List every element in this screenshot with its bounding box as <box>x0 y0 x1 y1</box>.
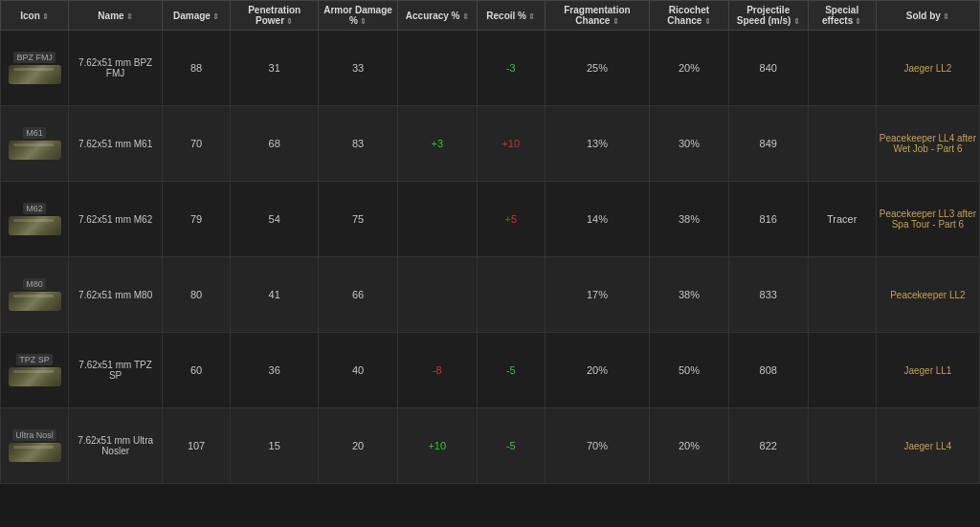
speed-cell: 840 <box>728 31 808 106</box>
bullet-image <box>9 141 61 160</box>
special-cell <box>808 257 876 333</box>
col-header-penetration_power[interactable]: Penetration Power <box>231 1 319 31</box>
special-cell <box>808 408 876 484</box>
name-cell: 7.62x51 mm M61 <box>69 106 163 182</box>
name-cell: 7.62x51 mm M62 <box>69 182 163 257</box>
speed-cell: 822 <box>728 408 808 484</box>
fragmentation-cell: 13% <box>545 106 649 182</box>
col-header-recoil[interactable]: Recoil % <box>477 1 545 31</box>
table-row: TPZ SP 7.62x51 mm TPZ SP603640-8-520%50%… <box>1 333 980 408</box>
icon-cell: Ultra Nosl <box>1 408 69 484</box>
icon-cell: M61 <box>1 106 69 182</box>
recoil-cell: +5 <box>477 182 545 257</box>
icon-cell: M62 <box>1 182 69 257</box>
sold-by-cell: Peacekeeper LL4 after Wet Job - Part 6 <box>876 106 979 182</box>
table-row: M61 7.62x51 mm M61706883+3+1013%30%849Pe… <box>1 106 980 182</box>
icon-label: M62 <box>23 203 46 214</box>
accuracy-cell <box>397 257 477 333</box>
recoil-cell: +10 <box>477 106 545 182</box>
accuracy-cell: +10 <box>397 408 477 484</box>
icon-label: BPZ FMJ <box>13 52 56 63</box>
name-cell: 7.62x51 mm BPZ FMJ <box>69 31 163 106</box>
fragmentation-cell: 25% <box>545 31 649 106</box>
bullet-image <box>9 216 61 235</box>
table-row: M80 7.62x51 mm M8080416617%38%833Peaceke… <box>1 257 980 333</box>
recoil-cell: -5 <box>477 333 545 408</box>
special-cell <box>808 106 876 182</box>
armor-damage-cell: 66 <box>319 257 398 333</box>
sold-by-cell: Jaeger LL1 <box>876 333 979 408</box>
speed-cell: 833 <box>728 257 808 333</box>
col-header-sold_by[interactable]: Sold by <box>876 1 979 31</box>
special-cell <box>808 333 876 408</box>
penetration-cell: 68 <box>231 106 319 182</box>
ricochet-cell: 50% <box>650 333 729 408</box>
sold-by-cell: Peacekeeper LL2 <box>876 257 979 333</box>
penetration-cell: 15 <box>231 408 319 484</box>
table-row: M62 7.62x51 mm M62795475+514%38%816Trace… <box>1 182 980 257</box>
speed-cell: 808 <box>728 333 808 408</box>
col-header-special[interactable]: Special effects <box>808 1 876 31</box>
ricochet-cell: 38% <box>650 182 729 257</box>
accuracy-cell: +3 <box>397 106 477 182</box>
sold-by-cell: Jaeger LL4 <box>876 408 979 484</box>
fragmentation-cell: 17% <box>545 257 649 333</box>
fragmentation-cell: 20% <box>545 333 649 408</box>
ammo-table-container: IconNameDamagePenetration PowerArmor Dam… <box>0 0 980 484</box>
accuracy-cell <box>397 182 477 257</box>
damage-cell: 60 <box>162 333 230 408</box>
armor-damage-cell: 83 <box>319 106 398 182</box>
bullet-image <box>9 65 61 84</box>
table-row: Ultra Nosl 7.62x51 mm Ultra Nosler107152… <box>1 408 980 484</box>
ricochet-cell: 20% <box>650 31 729 106</box>
recoil-cell: -3 <box>477 31 545 106</box>
icon-label: M61 <box>23 127 46 139</box>
name-cell: 7.62x51 mm Ultra Nosler <box>69 408 163 484</box>
icon-label: TPZ SP <box>16 354 53 365</box>
name-cell: 7.62x51 mm TPZ SP <box>69 333 163 408</box>
penetration-cell: 41 <box>231 257 319 333</box>
accuracy-cell: -8 <box>397 333 477 408</box>
icon-label: M80 <box>23 278 46 290</box>
col-header-speed[interactable]: Projectile Speed (m/s) <box>728 1 808 31</box>
col-header-name[interactable]: Name <box>69 1 163 31</box>
fragmentation-cell: 14% <box>545 182 649 257</box>
col-header-ricochet[interactable]: Ricochet Chance <box>650 1 729 31</box>
armor-damage-cell: 33 <box>319 31 398 106</box>
armor-damage-cell: 75 <box>319 182 398 257</box>
name-cell: 7.62x51 mm M80 <box>69 257 163 333</box>
col-header-fragmentation[interactable]: Fragmentation Chance <box>545 1 649 31</box>
col-header-armor_damage[interactable]: Armor Damage % <box>319 1 398 31</box>
table-row: BPZ FMJ 7.62x51 mm BPZ FMJ883133-325%20%… <box>1 31 980 106</box>
bullet-image <box>9 443 61 462</box>
col-header-accuracy[interactable]: Accuracy % <box>397 1 477 31</box>
sold-by-cell: Peacekeeper LL3 after Spa Tour - Part 6 <box>876 182 979 257</box>
damage-cell: 107 <box>162 408 230 484</box>
special-cell: Tracer <box>808 182 876 257</box>
damage-cell: 80 <box>162 257 230 333</box>
damage-cell: 88 <box>162 31 230 106</box>
recoil-cell <box>477 257 545 333</box>
col-header-damage[interactable]: Damage <box>162 1 230 31</box>
recoil-cell: -5 <box>477 408 545 484</box>
penetration-cell: 54 <box>231 182 319 257</box>
penetration-cell: 31 <box>231 31 319 106</box>
icon-cell: M80 <box>1 257 69 333</box>
armor-damage-cell: 20 <box>319 408 398 484</box>
accuracy-cell <box>397 31 477 106</box>
ricochet-cell: 38% <box>650 257 729 333</box>
special-cell <box>808 31 876 106</box>
bullet-image <box>9 367 61 386</box>
penetration-cell: 36 <box>231 333 319 408</box>
speed-cell: 816 <box>728 182 808 257</box>
damage-cell: 70 <box>162 106 230 182</box>
armor-damage-cell: 40 <box>319 333 398 408</box>
ammo-table: IconNameDamagePenetration PowerArmor Dam… <box>0 0 980 484</box>
icon-cell: TPZ SP <box>1 333 69 408</box>
damage-cell: 79 <box>162 182 230 257</box>
ricochet-cell: 20% <box>650 408 729 484</box>
icon-label: Ultra Nosl <box>12 429 56 441</box>
fragmentation-cell: 70% <box>545 408 649 484</box>
col-header-icon[interactable]: Icon <box>1 1 69 31</box>
speed-cell: 849 <box>728 106 808 182</box>
